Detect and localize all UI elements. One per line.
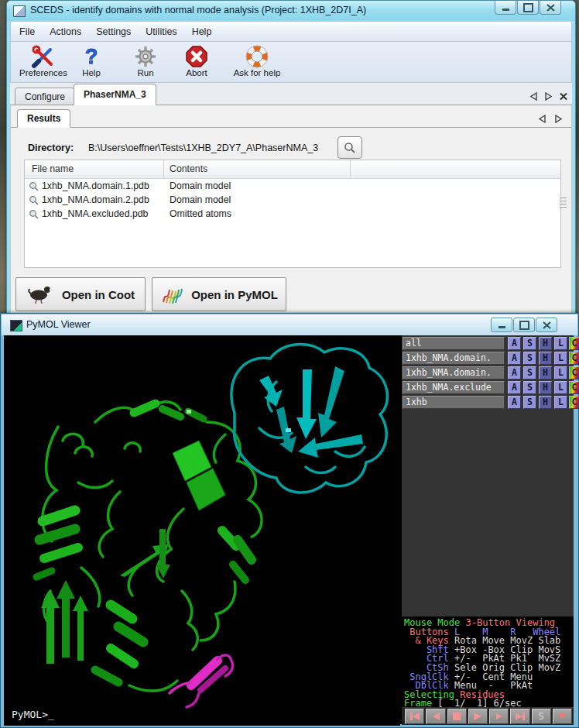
results-scroll-left-icon[interactable] (539, 115, 546, 123)
table-row[interactable]: 1xhb_NMA.domain.1.pdb Domain model (25, 180, 560, 194)
pymol-titlebar[interactable]: PyMOL Viewer (2, 314, 577, 335)
mouse-mode-panel[interactable]: Mouse Mode 3-Button Viewing Buttons L M … (402, 616, 574, 707)
file-name[interactable]: 1xhb_NMA.domain.2.pdb (42, 194, 149, 205)
rewind-button[interactable] (405, 709, 424, 724)
minimize-icon (498, 326, 505, 328)
object-row: 1xhb_NMA.domain. A S H L C (403, 352, 579, 365)
column-contents[interactable]: Contents (170, 163, 207, 174)
sceds-titlebar[interactable]: SCEDS - identify domains with normal mod… (7, 1, 575, 21)
show-menu-button[interactable]: S (523, 381, 536, 394)
action-menu-button[interactable]: A (508, 337, 521, 350)
column-divider[interactable] (350, 160, 351, 178)
skip-end-icon (515, 712, 526, 721)
column-divider[interactable] (163, 160, 164, 178)
play-button[interactable] (468, 709, 488, 724)
table-row[interactable]: 1xhb_NMA.domain.2.pdb Domain model (25, 194, 560, 208)
molecule-viewport[interactable]: PyMOL>_ (4, 335, 400, 726)
tab-scroll-left-icon[interactable] (530, 92, 537, 101)
object-name[interactable]: 1xhb_NMA.domain. (403, 366, 505, 379)
menu-help[interactable]: Help (192, 26, 212, 37)
object-name[interactable]: 1xhb_NMA.domain. (403, 352, 505, 365)
menu-actions[interactable]: Actions (50, 26, 81, 37)
open-in-coot-label: Open in Coot (62, 288, 135, 301)
label-menu-button[interactable]: L (554, 337, 567, 350)
open-in-coot-button[interactable]: Open in Coot (15, 277, 146, 311)
splitter-grip[interactable] (560, 197, 567, 208)
file-table[interactable]: File name Contents 1xhb_NMA.domain.1.pdb… (24, 160, 561, 268)
fullscreen-toggle-button[interactable] (553, 709, 572, 724)
color-menu-button[interactable]: C (569, 337, 579, 350)
tab-close-icon[interactable] (560, 92, 567, 101)
show-menu-button[interactable]: S (523, 366, 536, 379)
file-name[interactable]: 1xhb_NMA.domain.1.pdb (42, 180, 149, 191)
hide-menu-button[interactable]: H (539, 337, 552, 350)
run-label: Run (137, 68, 153, 77)
minimize-button[interactable] (495, 1, 516, 15)
pymol-command-prompt[interactable]: PyMOL>_ (12, 709, 54, 720)
close-button[interactable] (540, 1, 561, 15)
abort-button[interactable]: Abort (175, 44, 218, 81)
label-menu-button[interactable]: L (554, 396, 567, 409)
table-row[interactable]: 1xhb_NMA.excluded.pdb Omitted atoms (25, 208, 560, 221)
step-forward-icon (495, 713, 503, 720)
object-name[interactable]: 1xhb (403, 396, 505, 409)
preferences-button[interactable]: Preferences (14, 44, 73, 81)
object-name[interactable]: 1xhb_NMA.exclude (403, 381, 505, 394)
ask-for-help-button[interactable]: Ask for help (223, 44, 291, 81)
label-menu-button[interactable]: L (554, 352, 567, 365)
run-button[interactable]: Run (124, 44, 167, 81)
color-menu-button[interactable]: C (569, 366, 579, 379)
action-menu-button[interactable]: A (508, 366, 521, 379)
step-forward-button[interactable] (489, 709, 509, 724)
close-icon (546, 4, 555, 12)
pymol-side-panel: all A S H L C 1xhb_NMA.domain. A S H L C… (400, 335, 574, 724)
magnifier-icon (29, 209, 39, 222)
show-menu-button[interactable]: S (523, 396, 536, 409)
close-button[interactable] (536, 318, 557, 332)
results-scroll-right-icon[interactable] (555, 115, 562, 123)
file-name[interactable]: 1xhb_NMA.excluded.pdb (42, 208, 148, 219)
hide-menu-button[interactable]: H (539, 381, 552, 394)
menu-settings[interactable]: Settings (96, 26, 131, 37)
table-header[interactable]: File name Contents (25, 160, 560, 179)
magnifier-icon (29, 181, 39, 194)
hide-menu-button[interactable]: H (539, 352, 552, 365)
help-button[interactable]: ? Help (74, 44, 108, 81)
color-menu-button[interactable]: C (569, 396, 579, 409)
action-menu-button[interactable]: A (508, 352, 521, 365)
tab-scroll-right-icon[interactable] (545, 92, 552, 101)
stop-button[interactable] (447, 709, 467, 724)
label-menu-button[interactable]: L (554, 366, 567, 379)
scene-button[interactable]: S (532, 709, 551, 724)
action-menu-button[interactable]: A (508, 381, 521, 394)
fast-forward-button[interactable] (510, 709, 529, 724)
movie-controls: S (402, 708, 574, 725)
pymol-window: PyMOL Viewer (0, 313, 579, 728)
tab-configure[interactable]: Configure (15, 88, 75, 105)
tab-results[interactable]: Results (17, 109, 70, 128)
minimize-button[interactable] (491, 318, 512, 332)
magnifier-icon (344, 142, 356, 154)
pymol-window-controls (490, 318, 557, 332)
hide-menu-button[interactable]: H (539, 396, 552, 409)
show-menu-button[interactable]: S (523, 337, 536, 350)
sceds-window: SCEDS - identify domains with normal mod… (6, 0, 576, 314)
open-in-pymol-button[interactable]: Open in PyMOL (152, 277, 286, 311)
hide-menu-button[interactable]: H (539, 366, 552, 379)
label-menu-button[interactable]: L (554, 381, 567, 394)
step-back-button[interactable] (426, 709, 445, 724)
show-menu-button[interactable]: S (523, 352, 536, 365)
color-menu-button[interactable]: C (569, 352, 579, 365)
object-name[interactable]: all (403, 337, 505, 350)
file-contents: Omitted atoms (170, 208, 231, 219)
column-file-name[interactable]: File name (32, 163, 74, 174)
browse-directory-button[interactable] (337, 136, 362, 159)
down-triangle-icon (557, 713, 567, 720)
menu-utilities[interactable]: Utilities (146, 26, 176, 37)
maximize-button[interactable] (513, 318, 535, 332)
maximize-button[interactable] (517, 1, 539, 15)
action-menu-button[interactable]: A (508, 396, 521, 409)
menu-file[interactable]: File (19, 26, 35, 37)
tab-phasernma-3[interactable]: PhaserNMA_3 (74, 84, 156, 105)
color-menu-button[interactable]: C (569, 381, 579, 394)
